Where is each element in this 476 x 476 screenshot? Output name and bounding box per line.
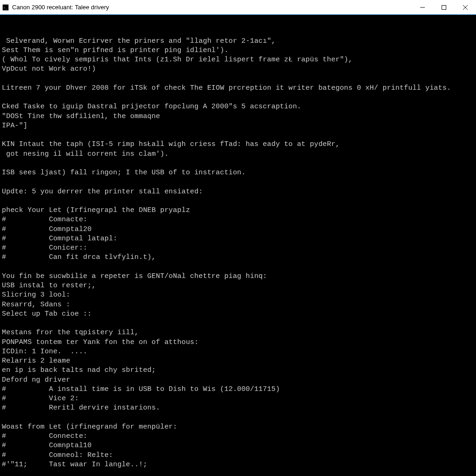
terminal-content: Selverand, Worwn Ecrirver the priners an…	[2, 37, 474, 476]
window-title: Canon 2900 receluant: Talee drivery	[12, 4, 109, 11]
app-icon: >_	[2, 4, 9, 11]
titlebar[interactable]: >_ Canon 2900 receluant: Talee drivery	[0, 0, 476, 15]
svg-text:>_: >_	[4, 6, 7, 9]
maximize-button[interactable]	[433, 0, 455, 14]
svg-rect-3	[442, 5, 446, 9]
close-button[interactable]	[455, 0, 476, 14]
application-window: >_ Canon 2900 receluant: Talee drivery S…	[0, 0, 476, 476]
terminal-body[interactable]: Selverand, Worwn Ecrirver the priners an…	[0, 15, 476, 476]
titlebar-left: >_ Canon 2900 receluant: Talee drivery	[2, 4, 109, 11]
minimize-button[interactable]	[412, 0, 433, 14]
window-controls	[412, 0, 476, 14]
